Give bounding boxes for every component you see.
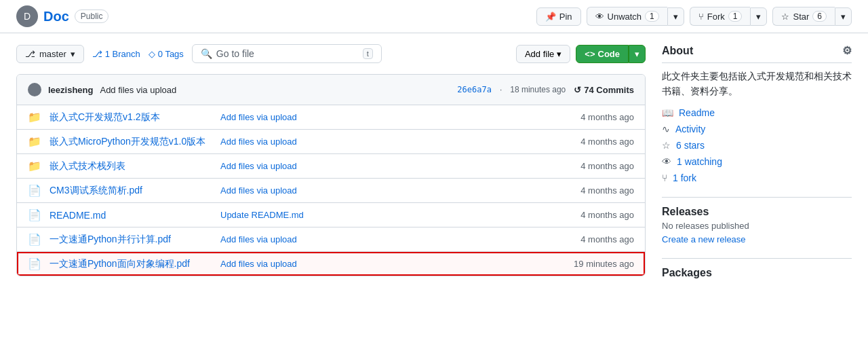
search-shortcut: t [363, 48, 373, 59]
fork-icon: ⑂ [698, 12, 704, 22]
sidebar-link-label: Readme [679, 107, 715, 118]
file-icon: 📄 [28, 257, 41, 270]
pin-button[interactable]: 📌 Pin [536, 7, 581, 26]
folder-icon: 📁 [28, 111, 41, 124]
file-name[interactable]: 嵌入式C开发规范v1.2版本 [50, 111, 212, 124]
packages-title: Packages [662, 258, 852, 279]
repo-title: D Doc Public [16, 5, 108, 27]
tag-count-link[interactable]: ◇ 0 Tags [149, 49, 184, 59]
code-button[interactable]: <> Code [576, 45, 629, 63]
create-release-link[interactable]: Create a new release [662, 234, 746, 244]
sidebar: About ⚙ 此文件夹主要包括嵌入式开发规范和相关技术书籍、资料分享。 📖Re… [662, 44, 852, 293]
pin-icon: 📌 [545, 12, 556, 22]
table-row: 📁嵌入式技术栈列表Add files via upload4 months ag… [17, 154, 645, 179]
commit-user[interactable]: leezisheng [48, 85, 93, 95]
branch-meta: ⎇ 1 Branch ◇ 0 Tags [92, 49, 184, 59]
fork-button[interactable]: ⑂ Fork 1 [690, 7, 751, 26]
about-section: About ⚙ 此文件夹主要包括嵌入式开发规范和相关技术书籍、资料分享。 📖Re… [662, 44, 852, 183]
file-name[interactable]: CM3调试系统简析.pdf [50, 185, 212, 197]
gear-icon[interactable]: ⚙ [842, 44, 852, 57]
releases-title: Releases [662, 197, 852, 218]
folder-icon: 📁 [28, 135, 41, 148]
code-label: Code [598, 49, 620, 59]
commit-avatar [28, 83, 41, 96]
repo-toolbar: ⎇ master ▾ ⎇ 1 Branch ◇ 0 Tags 🔍 Go to f… [16, 44, 646, 63]
star-dropdown-button[interactable]: ▾ [835, 7, 852, 26]
branch-selector[interactable]: ⎇ master ▾ [16, 45, 84, 63]
file-name[interactable]: 一文速通Python并行计算.pdf [50, 234, 212, 246]
add-file-group: Add file ▾ [516, 45, 570, 63]
branch-icon2: ⎇ [92, 49, 102, 59]
add-file-chevron: ▾ [557, 49, 561, 59]
code-group: <> Code ▾ [576, 45, 646, 63]
commit-message: Add files via upload [100, 85, 176, 95]
file-commit-link[interactable]: Add files via upload [220, 234, 297, 244]
file-rows: 📁嵌入式C开发规范v1.2版本Add files via upload4 mon… [17, 105, 645, 276]
commits-link[interactable]: ↺ 74 Commits [574, 85, 634, 95]
table-row: 📁嵌入式C开发规范v1.2版本Add files via upload4 mon… [17, 105, 645, 130]
file-time: 4 months ago [580, 136, 634, 147]
commit-separator: · [500, 85, 502, 94]
search-bar[interactable]: 🔍 Go to file t [192, 44, 382, 63]
branch-count-link[interactable]: ⎇ 1 Branch [92, 49, 140, 59]
file-commit-link[interactable]: Add files via upload [220, 161, 297, 171]
star-btn-group: ☆ Star 6 ▾ [772, 7, 852, 26]
unwatch-label: Unwatch [608, 12, 642, 22]
file-name[interactable]: 一文速通Python面向对象编程.pdf [50, 258, 212, 270]
file-commit-message: Add files via upload [220, 136, 572, 147]
sidebar-link-label: 1 watching [677, 156, 722, 167]
file-table: leezisheng Add files via upload 26e6a7a … [16, 74, 646, 276]
star-button[interactable]: ☆ Star 6 [772, 7, 835, 26]
file-commit-link[interactable]: Add files via upload [220, 136, 297, 147]
sidebar-links: 📖Readme∿Activity☆6 stars👁1 watching⑂1 fo… [662, 107, 852, 183]
sidebar-link[interactable]: ☆6 stars [662, 140, 852, 151]
table-row: 📁嵌入式MicroPython开发规范v1.0版本Add files via u… [17, 130, 645, 154]
unwatch-button[interactable]: 👁 Unwatch 1 [587, 7, 667, 26]
fork-dropdown-button[interactable]: ▾ [750, 7, 767, 26]
branch-icon: ⎇ [25, 49, 35, 59]
tag-icon: ◇ [149, 49, 155, 59]
file-commit-link[interactable]: Update README.md [220, 210, 304, 220]
top-actions: 📌 Pin 👁 Unwatch 1 ▾ ⑂ Fork 1 ▾ ☆ Star [536, 7, 852, 26]
file-commit-message: Add files via upload [220, 234, 572, 244]
star-icon: ☆ [781, 12, 789, 22]
packages-section: Packages [662, 258, 852, 279]
file-time: 4 months ago [580, 185, 634, 196]
unwatch-dropdown-button[interactable]: ▾ [667, 7, 684, 26]
file-name[interactable]: 嵌入式MicroPython开发规范v1.0版本 [50, 136, 212, 148]
tag-count: 0 Tags [158, 49, 184, 59]
sidebar-link-icon: ∿ [662, 124, 670, 134]
sidebar-link[interactable]: ∿Activity [662, 124, 852, 134]
file-commit-link[interactable]: Add files via upload [220, 185, 297, 196]
fork-count: 1 [728, 11, 743, 22]
fork-label: Fork [707, 12, 725, 22]
branch-count: 1 Branch [105, 49, 140, 59]
file-name[interactable]: 嵌入式技术栈列表 [50, 160, 212, 172]
file-icon: 📄 [28, 184, 41, 197]
about-title: About ⚙ [662, 44, 852, 63]
file-commit-link[interactable]: Add files via upload [220, 112, 297, 122]
sidebar-link[interactable]: 👁1 watching [662, 156, 852, 167]
code-dropdown-button[interactable]: ▾ [629, 45, 646, 63]
sidebar-link-icon: 📖 [662, 107, 673, 118]
sidebar-link-icon: ☆ [662, 140, 671, 151]
file-name[interactable]: README.md [50, 210, 212, 221]
add-file-button[interactable]: Add file ▾ [516, 45, 570, 63]
main-content: ⎇ master ▾ ⎇ 1 Branch ◇ 0 Tags 🔍 Go to f… [16, 44, 646, 293]
star-count: 6 [812, 11, 827, 22]
file-time: 4 months ago [580, 210, 634, 220]
sidebar-link[interactable]: 📖Readme [662, 107, 852, 118]
commits-count: 74 Commits [584, 85, 634, 95]
commit-hash[interactable]: 26e6a7a [457, 85, 492, 94]
file-commit-link[interactable]: Add files via upload [220, 259, 297, 269]
code-icon: <> [585, 49, 595, 59]
sidebar-link-icon: ⑂ [662, 172, 667, 183]
avatar: D [16, 5, 38, 27]
sidebar-link[interactable]: ⑂1 fork [662, 172, 852, 183]
file-time: 4 months ago [580, 234, 634, 244]
add-file-label: Add file [525, 49, 554, 59]
search-icon: 🔍 [201, 48, 212, 59]
about-title-text: About [662, 45, 693, 57]
folder-icon: 📁 [28, 160, 41, 172]
repo-name[interactable]: Doc [43, 9, 69, 24]
